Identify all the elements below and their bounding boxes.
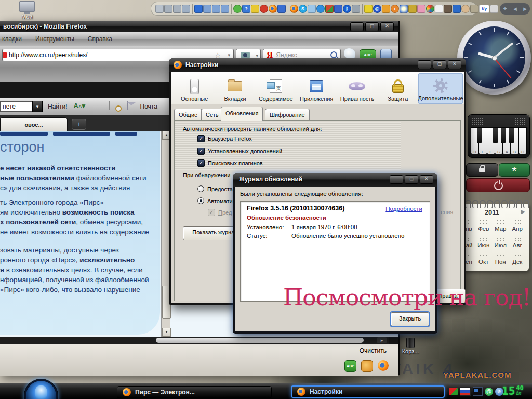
menu-tools[interactable]: Инструменты [35,35,74,43]
start-button[interactable] [24,379,58,399]
download-manager-icon[interactable] [194,5,203,13]
icq-icon[interactable] [400,5,408,13]
category-advanced[interactable]: Дополнительные [418,73,463,104]
messenger-icon[interactable] [334,5,342,13]
url-dropdown-icon[interactable]: ▾ [228,52,230,58]
calendar-month[interactable]: Июн [475,235,493,252]
calendar-month[interactable]: Фев [475,219,493,235]
find-button[interactable]: Найти! [48,103,68,110]
clear-button[interactable]: Очистить [354,347,387,354]
info-icon[interactable]: i [391,5,399,13]
calendar-month[interactable]: Авг [509,235,526,252]
minimize-button[interactable]: — [418,60,431,69]
horizontal-scrollbar[interactable]: ▸ [0,337,389,344]
category-content[interactable]: Содержимое [256,73,296,104]
calendar-month[interactable]: Дек [509,252,526,269]
close-button[interactable]: ✕ [420,175,433,184]
battery-icon[interactable] [352,5,360,13]
display-icon[interactable] [277,5,286,13]
folder-dark-icon[interactable] [444,5,452,13]
menu-help[interactable]: Справка [88,35,112,43]
category-security[interactable]: Защита [378,73,418,104]
search-placeholder[interactable]: Яндекс [276,51,297,59]
key-icon[interactable] [408,5,417,13]
tab-encryption[interactable]: Шифрование [265,109,310,121]
pager-add-button[interactable]: + [503,5,507,12]
tab-general[interactable]: Общие [174,109,202,121]
folder-blue-2-icon[interactable] [212,5,220,13]
folder-blue-icon[interactable] [203,5,211,13]
page-zoom-icon[interactable] [109,102,121,111]
close-dialog-button[interactable]: Закрыть [391,312,429,326]
piano-key[interactable]: C [519,128,526,154]
pager-next-button[interactable]: ▸ [523,5,526,12]
details-link[interactable]: Подробности [385,206,422,212]
checkbox-warn-addons[interactable]: ✓Пред [208,209,232,216]
calendar-month[interactable]: Мар [492,219,509,235]
flame-icon[interactable] [260,5,268,13]
taskbar-item-pirs[interactable]: Пирс — Электрон... [117,386,272,398]
antivirus-icon[interactable] [233,5,242,13]
recycle-bin-icon[interactable]: Корз... [397,338,424,354]
calendar-month[interactable]: Июл [492,235,509,252]
piano-black-key[interactable] [509,128,514,143]
piano-black-key[interactable] [493,128,498,143]
folder-pink-icon[interactable] [417,5,425,13]
checkbox-plugins[interactable]: ✓Поисковых плагинов [197,159,263,167]
bluetooth-icon[interactable]: ᛒ [343,5,351,13]
picasa-icon[interactable] [426,5,434,13]
search-magnifier-icon[interactable] [330,51,337,58]
category-privacy[interactable]: Приватность [337,73,377,104]
monitor-icon[interactable] [155,5,164,13]
user-icon[interactable] [461,5,470,13]
camera-dropdown-icon[interactable]: ▾ [256,53,258,58]
maximize-button[interactable]: ▢ [365,22,379,31]
category-tabs[interactable]: Вкладки [215,73,255,104]
network-plug-2-icon[interactable] [173,5,181,13]
browser-tab[interactable]: овос... [0,117,68,131]
mail-at-icon[interactable]: @ [373,5,381,13]
settings-burst-button[interactable]: * [499,163,530,177]
maximize-button[interactable]: ▢ [433,60,446,69]
new-tab-button[interactable]: + [72,119,86,130]
power-gadget-button[interactable] [466,178,530,192]
checkbox-firefox[interactable]: ✓Браузера Firefox [197,135,252,142]
minimize-button[interactable]: — [390,175,403,184]
update-history-titlebar[interactable]: Журнал обновлений — ▢ ✕ [233,173,437,187]
globe-icon[interactable] [316,5,325,13]
category-general[interactable]: Основные [174,73,215,104]
editor-bolt-icon[interactable] [251,5,259,13]
calendar-month[interactable]: Апр [509,219,526,235]
emoticons-icon[interactable] [361,360,373,372]
calendar-next-arrow[interactable]: ▶ [521,208,525,215]
display-tray-icon[interactable] [473,387,483,396]
mail-label[interactable]: Почта [140,103,157,110]
category-applications[interactable]: Приложения [296,73,337,104]
piano-black-key[interactable] [477,128,482,143]
language-indicator-icon[interactable] [449,388,458,395]
network-plug-icon[interactable] [164,5,172,13]
lang-flag-icon[interactable] [325,5,334,13]
minimize-button[interactable]: — [350,22,364,31]
firefox-icon[interactable] [269,5,277,13]
calendar-month[interactable]: Ноя [492,252,509,269]
fly-icon[interactable]: fly [479,5,489,13]
scroll-right-button[interactable]: ▸ [377,337,387,343]
mail-icon[interactable] [127,102,138,111]
photoshop-icon[interactable] [453,5,461,13]
tab-update[interactable]: Обновления [221,107,263,121]
dove-icon[interactable] [344,48,355,59]
folder-blue-3-icon[interactable] [221,5,229,13]
tab-network[interactable]: Сеть [201,109,223,121]
scroll-down-button[interactable]: ▼ [162,328,171,337]
menu-bookmarks[interactable]: кладки [2,35,22,43]
firefox-orange-icon[interactable] [290,5,298,13]
bolt-yellow-icon[interactable] [364,5,373,13]
pager-prev-button[interactable]: ◂ [513,5,516,12]
tools-icon[interactable] [470,5,478,13]
help-icon[interactable]: ? [242,5,250,13]
radio-auto[interactable]: Автомати [197,197,233,204]
russian-flag-icon[interactable] [460,387,471,396]
adblock-status-icon[interactable]: ABP [344,360,356,372]
close-button[interactable]: ✕ [448,60,461,69]
